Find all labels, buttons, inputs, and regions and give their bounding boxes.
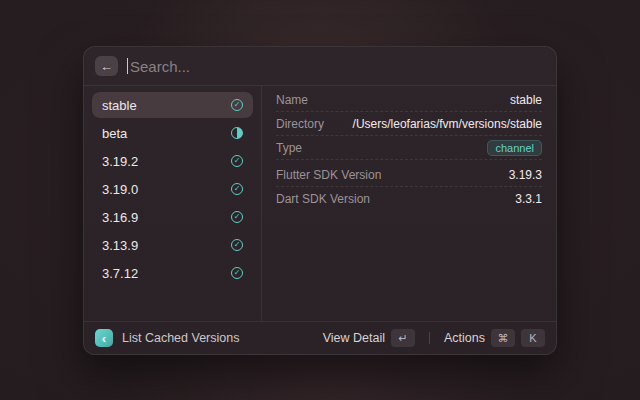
meta-value: 3.19.3 xyxy=(509,168,542,182)
meta-label: Flutter SDK Version xyxy=(276,168,381,182)
actions-button[interactable]: Actions ⌘ K xyxy=(444,329,545,347)
list-item-label: 3.13.9 xyxy=(102,238,138,253)
back-button[interactable]: ← xyxy=(95,56,118,76)
meta-row-name: Name stable xyxy=(276,88,542,112)
status-bar: ‹ List Cached Versions View Detail ↵ Act… xyxy=(84,321,556,354)
check-circle-icon xyxy=(231,99,243,111)
list-item-label: 3.19.2 xyxy=(102,154,138,169)
view-detail-label: View Detail xyxy=(323,331,385,345)
meta-row-directory: Directory /Users/leofarias/fvm/versions/… xyxy=(276,112,542,136)
meta-label: Dart SDK Version xyxy=(276,192,370,206)
enter-keycap: ↵ xyxy=(391,329,415,347)
version-list: stable beta 3.19.2 3.19.0 3.16.9 3.13.9 xyxy=(84,86,262,321)
list-item-label: 3.19.0 xyxy=(102,182,138,197)
list-item-label: stable xyxy=(102,98,137,113)
check-circle-icon xyxy=(231,239,243,251)
check-circle-icon xyxy=(231,183,243,195)
meta-row-dart-sdk: Dart SDK Version 3.3.1 xyxy=(276,187,542,210)
check-circle-icon xyxy=(231,267,243,279)
half-circle-icon xyxy=(231,127,243,139)
channel-badge: channel xyxy=(487,140,542,156)
list-item-label: 3.7.12 xyxy=(102,266,138,281)
check-circle-icon xyxy=(231,211,243,223)
back-arrow-icon: ← xyxy=(100,60,113,73)
list-item-3-16-9[interactable]: 3.16.9 xyxy=(92,204,253,230)
list-item-label: beta xyxy=(102,126,127,141)
list-item-3-7-12[interactable]: 3.7.12 xyxy=(92,260,253,286)
meta-value: 3.3.1 xyxy=(515,192,542,206)
cmd-keycap: ⌘ xyxy=(491,329,515,347)
command-title: List Cached Versions xyxy=(122,331,314,345)
statusbar-divider xyxy=(429,332,430,344)
search-bar: ← Search... xyxy=(84,47,556,86)
list-item-3-13-9[interactable]: 3.13.9 xyxy=(92,232,253,258)
fvm-app-icon: ‹ xyxy=(95,329,113,347)
check-circle-icon xyxy=(231,155,243,167)
actions-label: Actions xyxy=(444,331,485,345)
list-item-3-19-0[interactable]: 3.19.0 xyxy=(92,176,253,202)
k-keycap: K xyxy=(521,329,545,347)
list-item-label: 3.16.9 xyxy=(102,210,138,225)
meta-value: stable xyxy=(510,93,542,107)
meta-row-flutter-sdk: Flutter SDK Version 3.19.3 xyxy=(276,163,542,187)
meta-label: Name xyxy=(276,93,308,107)
chevron-left-icon: ‹ xyxy=(102,332,106,345)
meta-label: Directory xyxy=(276,117,324,131)
meta-label: Type xyxy=(276,141,302,155)
list-item-stable[interactable]: stable xyxy=(92,92,253,118)
text-caret xyxy=(127,58,128,74)
meta-row-type: Type channel xyxy=(276,136,542,160)
meta-value: /Users/leofarias/fvm/versions/stable xyxy=(353,117,542,131)
detail-panel: Name stable Directory /Users/leofarias/f… xyxy=(262,86,556,321)
view-detail-button[interactable]: View Detail ↵ xyxy=(323,329,415,347)
list-item-3-19-2[interactable]: 3.19.2 xyxy=(92,148,253,174)
search-input[interactable]: Search... xyxy=(127,58,545,75)
command-palette-window: ← Search... stable beta 3.19.2 3.19.0 xyxy=(83,46,557,355)
main-content: stable beta 3.19.2 3.19.0 3.16.9 3.13.9 xyxy=(84,86,556,321)
search-placeholder: Search... xyxy=(130,58,190,75)
list-item-beta[interactable]: beta xyxy=(92,120,253,146)
